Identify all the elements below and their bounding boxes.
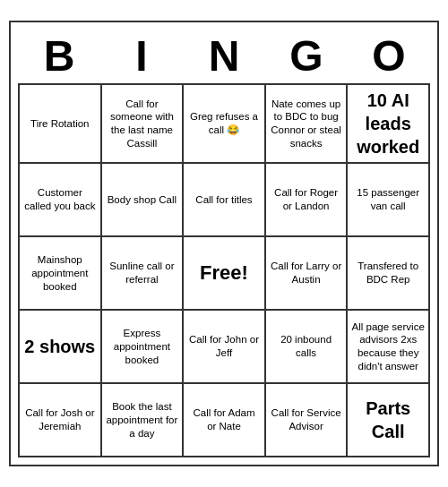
bingo-cell-4[interactable]: 10 AI leads worked <box>348 85 430 164</box>
cell-text-6: Body shop Call <box>106 193 179 207</box>
bingo-cell-5[interactable]: Customer called you back <box>20 164 102 237</box>
cell-text-18: 20 inbound calls <box>270 333 343 360</box>
cell-text-11: Sunline call or referral <box>106 260 179 286</box>
bingo-cell-23[interactable]: Call for Service Advisor <box>266 384 349 457</box>
bingo-cell-10[interactable]: Mainshop appointment booked <box>20 237 102 311</box>
cell-text-17: Call for John or Jeff <box>187 333 261 360</box>
cell-text-22: Call for Adam or Nate <box>187 406 261 433</box>
bingo-cell-8[interactable]: Call for Roger or Landon <box>266 164 349 237</box>
bingo-cell-15[interactable]: 2 shows <box>20 311 102 384</box>
bingo-cell-21[interactable]: Book the last appointment for a day <box>102 384 185 457</box>
cell-text-5: Customer called you back <box>23 186 97 213</box>
cell-text-24: Parts Call <box>351 397 425 443</box>
bingo-cell-2[interactable]: Greg refuses a call 😂 <box>184 85 266 164</box>
cell-text-15: 2 shows <box>23 335 97 358</box>
cell-text-4: 10 AI leads worked <box>351 89 425 158</box>
cell-text-9: 15 passenger van call <box>351 186 425 213</box>
bingo-letter-n: N <box>183 30 265 84</box>
cell-text-10: Mainshop appointment booked <box>23 253 97 294</box>
cell-text-23: Call for Service Advisor <box>270 406 343 433</box>
bingo-cell-6[interactable]: Body shop Call <box>102 164 185 237</box>
cell-text-20: Call for Josh or Jeremiah <box>23 406 97 433</box>
bingo-cell-20[interactable]: Call for Josh or Jeremiah <box>20 384 102 457</box>
bingo-header: BINGO <box>18 30 430 84</box>
bingo-cell-14[interactable]: Transfered to BDC Rep <box>348 237 430 311</box>
bingo-cell-22[interactable]: Call for Adam or Nate <box>184 384 266 457</box>
cell-text-19: All page service advisors 2xs because th… <box>351 320 425 374</box>
bingo-cell-16[interactable]: Express appointment booked <box>102 311 185 384</box>
bingo-cell-18[interactable]: 20 inbound calls <box>266 311 349 384</box>
bingo-grid: Tire RotationCall for someone with the l… <box>18 83 430 457</box>
cell-text-3: Nate comes up to BDC to bug Connor or st… <box>270 98 343 151</box>
cell-text-14: Transfered to BDC Rep <box>351 260 425 286</box>
cell-text-16: Express appointment booked <box>106 327 179 367</box>
bingo-cell-13[interactable]: Call for Larry or Austin <box>266 237 349 311</box>
bingo-cell-12[interactable]: Free! <box>184 237 266 311</box>
bingo-letter-o: O <box>348 30 430 84</box>
cell-text-7: Call for titles <box>187 193 261 207</box>
bingo-cell-1[interactable]: Call for someone with the last name Cass… <box>102 85 185 164</box>
bingo-cell-17[interactable]: Call for John or Jeff <box>184 311 266 384</box>
cell-text-0: Tire Rotation <box>23 117 97 131</box>
bingo-letter-g: G <box>265 30 348 84</box>
bingo-cell-24[interactable]: Parts Call <box>348 384 430 457</box>
bingo-cell-9[interactable]: 15 passenger van call <box>348 164 430 237</box>
bingo-letter-b: B <box>18 30 100 84</box>
bingo-letter-i: I <box>100 30 183 84</box>
bingo-card: BINGO Tire RotationCall for someone with… <box>9 21 439 467</box>
bingo-cell-11[interactable]: Sunline call or referral <box>102 237 185 311</box>
bingo-cell-0[interactable]: Tire Rotation <box>20 85 102 164</box>
bingo-cell-19[interactable]: All page service advisors 2xs because th… <box>348 311 430 384</box>
cell-text-21: Book the last appointment for a day <box>106 400 179 440</box>
cell-text-1: Call for someone with the last name Cass… <box>106 98 179 151</box>
cell-text-12: Free! <box>187 261 261 286</box>
cell-text-2: Greg refuses a call 😂 <box>187 110 261 137</box>
bingo-cell-3[interactable]: Nate comes up to BDC to bug Connor or st… <box>266 85 349 164</box>
cell-text-13: Call for Larry or Austin <box>270 260 343 286</box>
cell-text-8: Call for Roger or Landon <box>270 186 343 213</box>
bingo-cell-7[interactable]: Call for titles <box>184 164 266 237</box>
